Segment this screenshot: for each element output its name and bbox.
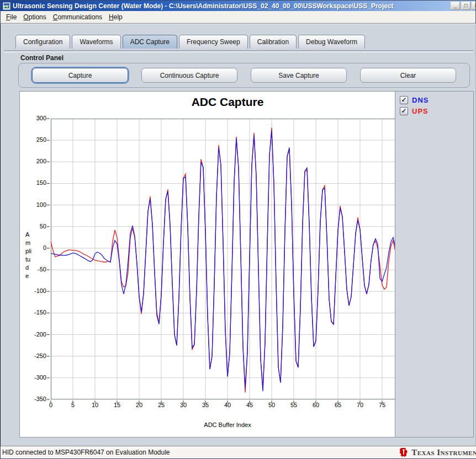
dns-checkbox-checked-icon[interactable]: ✓ <box>400 96 408 104</box>
y-tick-label: -300 <box>23 374 46 381</box>
y-tick-label: -150 <box>23 309 46 316</box>
y-tick-label: 50 <box>23 223 46 230</box>
main-content: Configuration Waveforms ADC Capture Freq… <box>1 23 476 447</box>
menu-bar: File Options Communications Help <box>1 11 475 23</box>
waveform-plot <box>51 119 404 399</box>
plot-area <box>51 119 404 399</box>
legend-item-ups: ✓ UPS <box>400 107 473 115</box>
tab-bar: Configuration Waveforms ADC Capture Freq… <box>15 34 367 49</box>
legend-panel: ✓ DNS ✓ UPS <box>395 91 474 437</box>
legend-label-ups: UPS <box>412 107 429 115</box>
save-capture-button[interactable]: Save Capture <box>251 68 347 83</box>
tab-configuration[interactable]: Configuration <box>15 35 70 49</box>
ups-checkbox-checked-icon[interactable]: ✓ <box>400 107 408 115</box>
close-button[interactable]: × <box>472 2 475 10</box>
menu-options[interactable]: Options <box>20 12 49 23</box>
tab-frequency-sweep[interactable]: Frequency Sweep <box>179 35 248 49</box>
y-tick-label: 100 <box>23 201 46 208</box>
adc-capture-chart: ADC Capture Amplitude 300250200150100500… <box>19 91 411 437</box>
x-axis-label: ADC Buffer Index <box>51 421 404 428</box>
maximize-button[interactable]: □ <box>461 2 470 10</box>
y-tick-label: -350 <box>23 396 46 402</box>
app-window: Ultrasonic Sensing Design Center (Water … <box>0 0 476 459</box>
menu-help[interactable]: Help <box>105 12 126 23</box>
y-tick-label: 0 <box>23 244 46 251</box>
y-axis-label: Amplitude <box>25 231 32 280</box>
brand-name: Texas Instruments <box>411 448 476 457</box>
control-panel-label: Control Panel <box>20 54 64 62</box>
tab-separator <box>4 50 473 52</box>
tab-debug-waveform[interactable]: Debug Waveform <box>298 35 365 49</box>
y-tick-label: -50 <box>23 266 46 273</box>
legend-item-dns: ✓ DNS <box>400 96 473 104</box>
y-tick-label: 300 <box>23 115 46 121</box>
status-bar: HID connected to MSP430FR6047 on Evaluat… <box>1 446 476 458</box>
app-icon <box>3 2 10 10</box>
texas-instruments-logo-icon <box>399 447 409 457</box>
clear-button[interactable]: Clear <box>360 68 456 83</box>
legend-label-dns: DNS <box>412 96 429 104</box>
y-tick-label: 250 <box>23 136 46 143</box>
y-tick-label: -250 <box>23 353 46 359</box>
control-panel: Capture Continuous Capture Save Capture … <box>18 63 470 88</box>
window-title: Ultrasonic Sensing Design Center (Water … <box>13 2 394 10</box>
y-tick-label: 200 <box>23 158 46 164</box>
tab-waveforms[interactable]: Waveforms <box>72 35 120 49</box>
y-tick-label: 150 <box>23 179 46 186</box>
chart-title: ADC Capture <box>51 95 404 109</box>
y-tick-label: -200 <box>23 331 46 338</box>
capture-button[interactable]: Capture <box>32 68 128 83</box>
title-bar: Ultrasonic Sensing Design Center (Water … <box>1 1 475 11</box>
brand-area: Texas Instruments <box>399 447 476 457</box>
minimize-button[interactable]: _ <box>451 2 460 10</box>
y-tick-label: -100 <box>23 287 46 294</box>
menu-communications[interactable]: Communications <box>50 12 105 23</box>
tab-adc-capture[interactable]: ADC Capture <box>123 35 177 49</box>
tab-calibration[interactable]: Calibration <box>250 35 297 49</box>
continuous-capture-button[interactable]: Continuous Capture <box>141 68 237 83</box>
status-message: HID connected to MSP430FR6047 on Evaluat… <box>1 449 170 456</box>
menu-file[interactable]: File <box>3 12 20 23</box>
